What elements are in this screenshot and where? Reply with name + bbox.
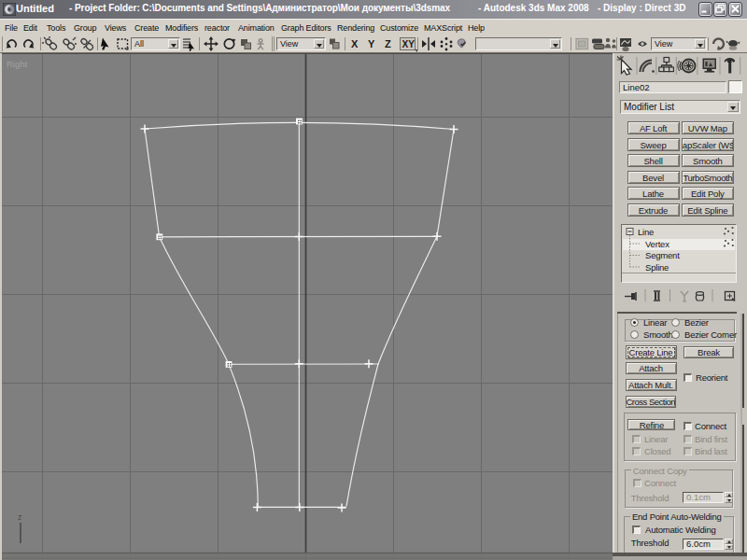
svg-text:Right: Right <box>7 59 28 69</box>
svg-text:Y: Y <box>368 38 375 49</box>
svg-text:Z: Z <box>385 38 391 49</box>
svg-text:XY: XY <box>402 39 416 49</box>
svg-text:z: z <box>18 512 22 522</box>
svg-text:X: X <box>351 38 359 49</box>
